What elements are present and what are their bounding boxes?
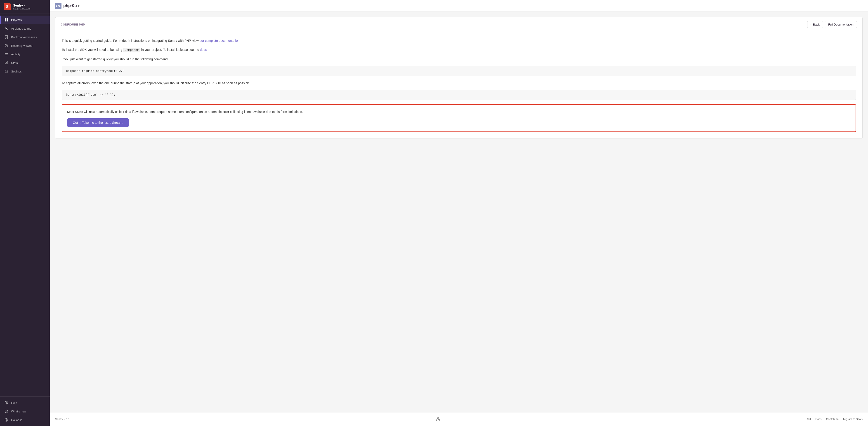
footer-link-docs[interactable]: Docs [815,418,822,421]
back-button[interactable]: < Back [807,21,823,28]
intro-suffix: . [240,39,241,42]
assigned-icon [4,26,8,31]
main-content: php php-0u ▾ CONFIGURE PHP < Back Full D… [50,0,868,426]
sidebar-nav: Projects Assigned to me Bookmarked issue… [0,14,50,396]
sidebar-item-label-collapse: Collapse [11,418,23,422]
footer-link-migrate[interactable]: Migrate to SaaS [843,418,863,421]
composer-paragraph: To install the SDK you will need to be u… [62,47,856,53]
full-documentation-button[interactable]: Full Documentation [825,21,857,28]
svg-rect-1 [6,18,8,20]
panel-actions: < Back Full Documentation [807,21,857,28]
highlight-text: Most SDKs will now automatically collect… [67,109,850,114]
org-info: Sentry ▾ exu@fxtrip.com [13,4,31,10]
whats-new-icon [4,409,8,413]
bookmarked-icon [4,35,8,39]
sidebar-item-label-assigned: Assigned to me [11,27,31,30]
panel-title: CONFIGURE PHP [61,23,85,26]
svg-rect-0 [5,18,6,20]
php-icon: php [55,3,61,9]
sidebar-item-recently-viewed[interactable]: Recently viewed [0,41,50,50]
svg-point-17 [6,411,7,412]
capture-text: To capture all errors, even the one duri… [62,80,856,86]
svg-rect-7 [5,53,8,54]
recently-viewed-icon [4,43,8,48]
svg-rect-3 [6,20,8,22]
sidebar-item-projects[interactable]: Projects [0,15,50,24]
composer-text-1: To install the SDK you will need to be u… [62,48,122,52]
quick-start-text: If you just want to get started quickly … [62,57,856,62]
content-area: CONFIGURE PHP < Back Full Documentation … [50,12,868,412]
sidebar-item-activity[interactable]: Activity [0,50,50,59]
footer: Sentry 9.1.1 API Docs Contribute Migrate… [50,412,868,426]
footer-link-contribute[interactable]: Contribute [826,418,839,421]
svg-point-4 [6,27,7,29]
code-block-1: composer require sentry/sdk:2.0.2 [62,66,856,76]
svg-rect-9 [5,55,8,55]
panel-body: This is a quick getting started guide. F… [55,32,862,138]
intro-text: This is a quick getting started guide. F… [62,39,199,42]
complete-documentation-link[interactable]: our complete documentation [199,39,240,42]
sidebar-item-label-whats-new: What's new [11,410,26,413]
svg-rect-12 [7,62,8,64]
composer-text-2: in your project. To install it please se… [141,48,199,52]
highlight-box: Most SDKs will now automatically collect… [62,104,856,132]
help-icon [4,401,8,405]
footer-version: Sentry 9.1.1 [55,418,70,421]
intro-paragraph: This is a quick getting started guide. F… [62,38,856,43]
settings-icon [4,69,8,73]
project-dropdown-icon: ▾ [78,4,79,8]
svg-point-16 [5,410,8,413]
sidebar-item-label-bookmarked: Bookmarked issues [11,35,37,39]
footer-logo [434,416,442,423]
sidebar-item-settings[interactable]: Settings [0,67,50,76]
sidebar-item-collapse[interactable]: Collapse [0,416,50,424]
topbar: php php-0u ▾ [50,0,868,12]
collapse-icon [4,418,8,422]
sidebar-item-help[interactable]: Help [0,398,50,407]
stats-icon [4,61,8,65]
svg-rect-11 [6,62,7,64]
org-name: Sentry ▾ [13,4,31,7]
sidebar-item-label-settings: Settings [11,70,22,73]
sidebar-item-label-projects: Projects [11,18,22,22]
project-name: php-0u ▾ [63,3,79,8]
panel-header: CONFIGURE PHP < Back Full Documentation [55,18,862,32]
code-block-2: Sentry\init(['dsn' => '' ]); [62,90,856,100]
org-avatar: S [4,3,11,10]
sidebar-item-label-stats: Stats [11,61,18,65]
configure-panel: CONFIGURE PHP < Back Full Documentation … [55,17,863,138]
composer-suffix: . [207,48,208,52]
sidebar-item-whats-new[interactable]: What's new [0,407,50,416]
svg-rect-10 [5,63,6,64]
sidebar-item-label-help: Help [11,401,17,404]
svg-point-18 [5,419,8,422]
activity-icon [4,52,8,56]
org-dropdown-icon: ▾ [24,4,25,7]
composer-inline-code: Composer [123,48,141,53]
sidebar-item-assigned[interactable]: Assigned to me [0,24,50,33]
sidebar-item-bookmarked[interactable]: Bookmarked issues [0,33,50,41]
footer-links: API Docs Contribute Migrate to SaaS [807,418,863,421]
sidebar-bottom: Help What's new Collapse [0,396,50,426]
docs-link[interactable]: docs [200,48,207,52]
sidebar-item-stats[interactable]: Stats [0,59,50,67]
svg-rect-2 [5,20,6,22]
org-selector[interactable]: S Sentry ▾ exu@fxtrip.com [0,0,50,14]
svg-rect-8 [5,54,8,55]
svg-point-13 [6,71,7,72]
sidebar: S Sentry ▾ exu@fxtrip.com Projects [0,0,50,426]
project-selector[interactable]: php php-0u ▾ [55,3,79,9]
org-email: exu@fxtrip.com [13,7,31,10]
cta-button[interactable]: Got it! Take me to the Issue Stream. [67,118,129,127]
sidebar-item-label-recently-viewed: Recently viewed [11,44,33,47]
footer-link-api[interactable]: API [807,418,811,421]
projects-icon [4,18,8,22]
svg-marker-5 [5,35,7,39]
sidebar-item-label-activity: Activity [11,53,20,56]
